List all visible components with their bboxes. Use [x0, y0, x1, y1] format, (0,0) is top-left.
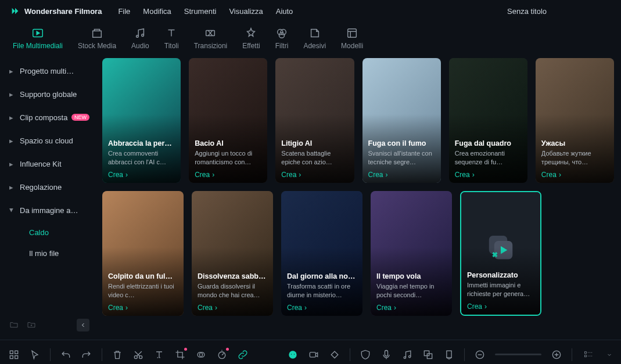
chevron-right-icon: ›: [394, 304, 396, 312]
zoom-out-icon[interactable]: [474, 349, 486, 361]
tab-templates[interactable]: Modelli: [339, 26, 365, 51]
tab-media[interactable]: File Multimediali: [10, 26, 65, 51]
filters-icon: [275, 27, 288, 39]
card-kiss[interactable]: Bacio AIAggiungi un tocco di romanticism…: [189, 58, 267, 183]
app-name: Wondershare Filmora: [24, 7, 102, 16]
shield-icon[interactable]: [360, 349, 371, 361]
svg-point-24: [404, 356, 405, 358]
card-lightning[interactable]: Colpito da un fulmineRendi elettrizzanti…: [102, 191, 184, 316]
card-timeflies[interactable]: Il tempo volaViaggia nel tempo in pochi …: [371, 191, 452, 316]
chevron-right-icon: ›: [125, 304, 128, 312]
chevron-right-icon: ›: [559, 171, 561, 179]
zoom-slider[interactable]: [495, 354, 541, 355]
chevron-down-icon[interactable]: [606, 349, 613, 361]
create-link[interactable]: Crea›: [287, 304, 307, 312]
create-link[interactable]: Crea›: [376, 304, 396, 312]
create-link[interactable]: Crea›: [108, 304, 128, 312]
redo-icon[interactable]: [81, 349, 92, 361]
svg-rect-31: [585, 351, 587, 353]
svg-rect-9: [494, 240, 513, 259]
mic-icon[interactable]: [381, 349, 392, 361]
create-link[interactable]: Crea›: [455, 171, 475, 179]
card-painting[interactable]: Fuga dal quadroCrea emozionanti sequenze…: [449, 58, 527, 183]
chevron-right-icon: ▸: [9, 183, 14, 192]
svg-point-2: [142, 34, 144, 37]
cut-icon[interactable]: [132, 349, 144, 361]
audio-icon: [134, 27, 146, 39]
create-link[interactable]: Crea›: [108, 171, 128, 179]
sidebar-sub-hot[interactable]: Caldo: [3, 222, 95, 243]
chevron-right-icon: ▸: [9, 136, 14, 145]
card-fight[interactable]: Litigio AIScatena battaglie epiche con a…: [275, 58, 354, 183]
record-icon[interactable]: [308, 349, 320, 361]
chevron-right-icon: ▸: [9, 67, 14, 75]
svg-rect-11: [15, 351, 18, 354]
create-link[interactable]: Crea›: [281, 171, 301, 179]
sidebar-item-compound[interactable]: ▸Clip compostaNEW: [3, 106, 95, 129]
create-link[interactable]: Crea›: [541, 171, 561, 179]
svg-rect-22: [310, 352, 315, 356]
titles-icon: [165, 27, 178, 39]
app-menu: File Modifica Strumenti Visualizza Aiuto: [118, 7, 293, 16]
sidebar-item-influence[interactable]: ▸Influence Kit: [3, 152, 95, 175]
card-daynight[interactable]: Dal giorno alla notteTrasforma scatti in…: [281, 191, 362, 316]
card-hug[interactable]: Abbraccia la person…Crea commoventi abbr…: [102, 58, 181, 183]
ai-assistant-icon[interactable]: [287, 349, 299, 361]
tab-stickers[interactable]: Adesivi: [301, 26, 328, 51]
create-link[interactable]: Crea›: [467, 302, 487, 311]
zoom-in-icon[interactable]: [551, 349, 562, 361]
crop-icon[interactable]: [174, 349, 186, 361]
create-link[interactable]: Crea›: [195, 171, 214, 179]
tab-audio[interactable]: Audio: [129, 26, 152, 51]
text-icon[interactable]: [153, 349, 165, 361]
svg-rect-23: [385, 350, 388, 356]
chevron-right-icon: ›: [125, 171, 128, 179]
tab-stock[interactable]: Stock Media: [76, 26, 119, 51]
chevron-right-icon: ›: [299, 171, 301, 179]
card-sand[interactable]: Dissolvenza sabbiosaGuarda dissolversi i…: [192, 191, 273, 316]
tab-transitions[interactable]: Transizioni: [192, 26, 230, 51]
overlap-icon[interactable]: [422, 349, 434, 361]
chevron-right-icon: ›: [386, 171, 388, 179]
keyframe-icon[interactable]: [329, 349, 340, 361]
create-link[interactable]: Crea›: [198, 304, 217, 312]
folder-add-icon[interactable]: [27, 320, 36, 331]
menu-file[interactable]: File: [118, 7, 130, 16]
card-horror[interactable]: УжасыДобавьте жуткие трещины, что…Crea›: [536, 58, 614, 183]
blend-icon[interactable]: [195, 349, 207, 361]
project-title: Senza titolo: [507, 7, 547, 16]
titlebar: Wondershare Filmora File Modifica Strume…: [0, 0, 621, 22]
card-custom[interactable]: PersonalizzatoImmetti immagini e richies…: [460, 191, 541, 316]
folder-icon[interactable]: [9, 320, 19, 331]
svg-point-19: [289, 351, 296, 358]
sidebar-item-cloud[interactable]: ▸Spazio su cloud: [3, 129, 95, 152]
menu-tools[interactable]: Strumenti: [184, 7, 217, 16]
undo-icon[interactable]: [60, 349, 71, 361]
sidebar-item-image-to[interactable]: ▸Da immagine a…: [3, 199, 95, 222]
tab-titles[interactable]: Titoli: [162, 26, 181, 51]
create-link[interactable]: Crea›: [368, 171, 388, 179]
collapse-sidebar-button[interactable]: [77, 319, 89, 331]
link-icon[interactable]: [237, 349, 249, 361]
templates-icon: [346, 27, 358, 39]
chevron-right-icon: ›: [472, 171, 475, 179]
timeline-view-icon[interactable]: [581, 348, 597, 361]
sidebar-item-adjustment[interactable]: ▸Regolazione: [3, 175, 95, 199]
menu-edit[interactable]: Modifica: [143, 7, 171, 16]
card-smoke[interactable]: Fuga con il fumoSvanisci all'istante con…: [362, 58, 441, 183]
tab-effects[interactable]: Effetti: [240, 26, 262, 51]
sidebar-item-global[interactable]: ▸Supporto globale: [3, 82, 95, 106]
sidebar-sub-myfile[interactable]: Il mio file: [3, 243, 95, 264]
grid-view-icon[interactable]: [8, 349, 20, 361]
template-grid: Abbraccia la person…Crea commoventi abbr…: [99, 56, 621, 340]
marker-icon[interactable]: [443, 349, 455, 361]
menu-help[interactable]: Aiuto: [276, 7, 293, 16]
menu-view[interactable]: Visualizza: [229, 7, 263, 16]
delete-icon[interactable]: [112, 349, 123, 361]
music-icon[interactable]: [401, 349, 413, 361]
tab-filters[interactable]: Filtri: [273, 26, 291, 51]
cursor-icon[interactable]: [29, 349, 41, 361]
speed-icon[interactable]: [216, 349, 228, 361]
sidebar-item-project[interactable]: ▸Progetto multi…: [3, 59, 95, 82]
svg-rect-13: [15, 355, 18, 358]
